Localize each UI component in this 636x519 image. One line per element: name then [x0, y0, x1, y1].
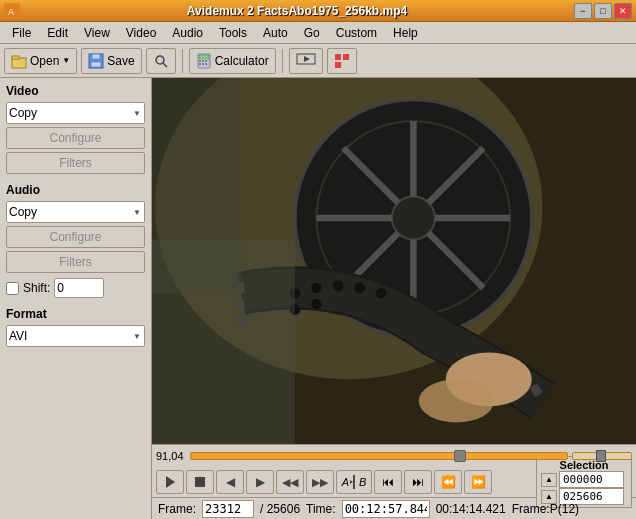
shift-checkbox[interactable] [6, 282, 19, 295]
save-icon [88, 53, 104, 69]
play-icon [166, 476, 175, 488]
magnify-button[interactable] [146, 48, 176, 74]
stop-icon [195, 477, 205, 487]
close-button[interactable]: ✕ [614, 3, 632, 19]
window-controls: − □ ✕ [574, 3, 632, 19]
selection-b-icon: ▲ [545, 492, 553, 501]
time-label: Time: [306, 502, 336, 516]
next-keyframe-icon: ⏩ [471, 475, 486, 489]
svg-line-8 [163, 63, 167, 67]
fast-forward-icon: ▶▶ [312, 476, 328, 489]
open-button[interactable]: Open ▼ [4, 48, 77, 74]
audio-codec-select[interactable]: Copy [6, 201, 145, 223]
go-begin-icon: ⏮ [382, 475, 394, 489]
frame-label: Frame: [158, 502, 196, 516]
total-frames: / 25606 [260, 502, 300, 516]
stop-button[interactable] [186, 470, 214, 494]
svg-point-7 [156, 56, 164, 64]
selection-a-row: ▲ 000000 [541, 471, 624, 488]
prev-frame-button[interactable]: ◀ [216, 470, 244, 494]
video-configure-button[interactable]: Configure [6, 127, 145, 149]
video-codec-wrap: Copy [6, 102, 145, 124]
menu-go[interactable]: Go [296, 24, 328, 42]
transport-row: ◀ ▶ ◀◀ ▶▶ A [152, 467, 636, 497]
shift-label: Shift: [23, 281, 50, 295]
selection-a-icon: ▲ [545, 475, 553, 484]
menu-auto[interactable]: Auto [255, 24, 296, 42]
magnify-icon [153, 53, 169, 69]
audio-section-label: Audio [6, 183, 145, 197]
window-title: Avidemux 2 FactsAbo1975_256kb.mp4 [20, 4, 574, 18]
ab-segment-icon [349, 475, 359, 489]
svg-rect-50 [152, 239, 295, 444]
go-begin-button[interactable]: ⏮ [374, 470, 402, 494]
scrubber-track[interactable] [190, 452, 568, 460]
menu-edit[interactable]: Edit [39, 24, 76, 42]
app-icon: A [4, 3, 20, 19]
next-frame-icon: ▶ [256, 475, 265, 489]
format-select[interactable]: AVI [6, 325, 145, 347]
play-button[interactable] [156, 470, 184, 494]
open-icon [11, 53, 27, 69]
next-keyframe-button[interactable]: ⏩ [464, 470, 492, 494]
minimize-button[interactable]: − [574, 3, 592, 19]
toolbar: Open ▼ Save Calculator [0, 44, 636, 78]
svg-rect-13 [205, 60, 207, 62]
selection-a-marker[interactable]: ▲ [541, 473, 557, 487]
menu-view[interactable]: View [76, 24, 118, 42]
scrubber-thumb[interactable] [454, 450, 466, 462]
go-end-button[interactable]: ⏭ [404, 470, 432, 494]
svg-point-44 [333, 280, 344, 291]
menu-custom[interactable]: Custom [328, 24, 385, 42]
rewind-icon: ◀◀ [282, 476, 298, 489]
time-input[interactable] [342, 500, 430, 518]
rewind-button[interactable]: ◀◀ [276, 470, 304, 494]
svg-rect-14 [199, 63, 201, 65]
next-frame-button[interactable]: ▶ [246, 470, 274, 494]
svg-point-43 [311, 283, 322, 294]
prev-keyframe-icon: ⏪ [441, 475, 456, 489]
svg-rect-51 [353, 475, 355, 489]
menu-tools[interactable]: Tools [211, 24, 255, 42]
shift-input[interactable] [54, 278, 104, 298]
menubar: File Edit View Video Audio Tools Auto Go… [0, 22, 636, 44]
toolbar-separator [182, 49, 183, 73]
svg-marker-18 [304, 56, 310, 62]
audio-codec-wrap: Copy [6, 201, 145, 223]
save-button[interactable]: Save [81, 48, 141, 74]
scrubber-right-track[interactable] [572, 452, 632, 460]
color-button[interactable] [327, 48, 357, 74]
view-button[interactable] [289, 48, 323, 74]
maximize-button[interactable]: □ [594, 3, 612, 19]
menu-video[interactable]: Video [118, 24, 164, 42]
marker-b-icon: B [359, 476, 366, 488]
video-timeline-container: 91,04 [152, 78, 636, 519]
svg-rect-10 [199, 55, 209, 59]
svg-rect-3 [12, 56, 19, 59]
selection-panel: Selection ▲ 000000 ▲ 025606 [536, 456, 632, 508]
selection-a-value: 000000 [559, 471, 624, 488]
calculator-button[interactable]: Calculator [189, 48, 276, 74]
menu-help[interactable]: Help [385, 24, 426, 42]
svg-point-41 [419, 379, 494, 422]
controls-area: 91,04 [152, 444, 636, 519]
marker-a-icon: A [342, 476, 349, 488]
prev-keyframe-button[interactable]: ⏪ [434, 470, 462, 494]
marker-a-button[interactable]: A B [336, 470, 372, 494]
audio-filters-button[interactable]: Filters [6, 251, 145, 273]
menu-file[interactable]: File [4, 24, 39, 42]
svg-rect-16 [205, 63, 207, 65]
video-filters-button[interactable]: Filters [6, 152, 145, 174]
video-codec-select[interactable]: Copy [6, 102, 145, 124]
fast-forward-button[interactable]: ▶▶ [306, 470, 334, 494]
audio-configure-button[interactable]: Configure [6, 226, 145, 248]
menu-audio[interactable]: Audio [164, 24, 211, 42]
titlebar: A Avidemux 2 FactsAbo1975_256kb.mp4 − □ … [0, 0, 636, 22]
view-icon [296, 53, 316, 69]
frame-input[interactable] [202, 500, 254, 518]
duration-value: 00:14:14.421 [436, 502, 506, 516]
toolbar-separator-2 [282, 49, 283, 73]
svg-rect-12 [202, 60, 204, 62]
video-canvas [152, 78, 636, 444]
scrubber-right-thumb[interactable] [596, 450, 606, 462]
